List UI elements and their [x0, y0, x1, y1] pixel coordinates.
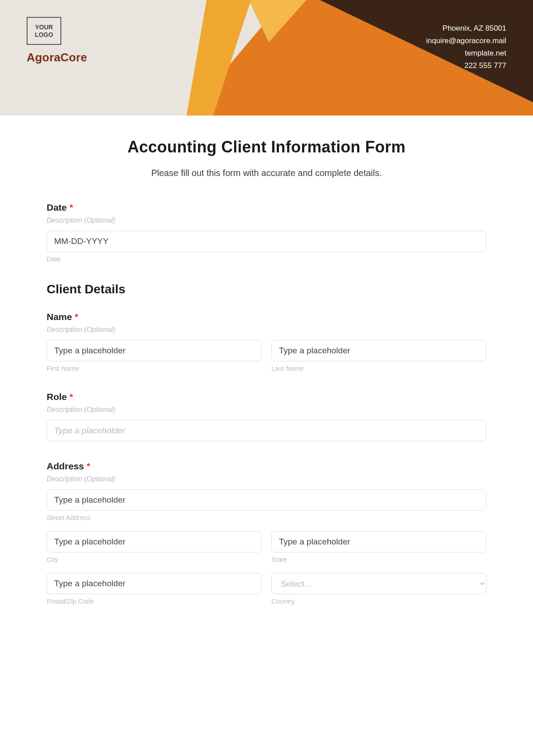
field-address: Address * Description (Optional) Street … [47, 461, 486, 605]
logo-text: YOURLOGO [35, 24, 53, 38]
form-container: Accounting Client Information Form Pleas… [0, 116, 533, 642]
first-name-input[interactable] [47, 340, 262, 361]
address-label: Address * [47, 461, 486, 472]
required-marker: * [87, 461, 90, 471]
state-sublabel: State [271, 556, 486, 563]
section-client-details: Client Details [47, 282, 486, 296]
postal-input[interactable] [47, 573, 262, 594]
field-name: Name * Description (Optional) First Name… [47, 312, 486, 372]
name-label: Name * [47, 312, 486, 322]
contact-phone: 222 555 777 [426, 60, 506, 72]
form-subtitle: Please fill out this form with accurate … [47, 168, 486, 178]
logo-placeholder: YOURLOGO [27, 17, 61, 45]
brand-name: AgoraCore [27, 51, 87, 64]
postal-sublabel: Postal/Zip Code [47, 597, 262, 605]
country-select[interactable]: Select... [271, 573, 486, 594]
city-input[interactable] [47, 531, 262, 552]
page-header: YOURLOGO AgoraCore Phoenix, AZ 85001 inq… [0, 0, 533, 116]
contact-address: Phoenix, AZ 85001 [426, 22, 506, 35]
field-date: Date * Description (Optional) Date [47, 202, 486, 263]
contact-block: Phoenix, AZ 85001 inquire@agoracore.mail… [426, 22, 506, 72]
field-role: Role * Description (Optional) [47, 392, 486, 441]
first-name-sublabel: First Name [47, 364, 262, 372]
contact-email: inquire@agoracore.mail [426, 35, 506, 47]
required-marker: * [69, 202, 73, 212]
role-input[interactable] [47, 420, 486, 441]
role-description: Description (Optional) [47, 406, 486, 414]
role-label: Role * [47, 392, 486, 402]
form-title: Accounting Client Information Form [47, 138, 486, 156]
date-input[interactable] [47, 231, 486, 252]
last-name-sublabel: Last Name [271, 364, 486, 372]
state-input[interactable] [271, 531, 486, 552]
street-address-sublabel: Street Address [47, 514, 486, 521]
name-description: Description (Optional) [47, 326, 486, 334]
required-marker: * [69, 392, 73, 402]
address-description: Description (Optional) [47, 475, 486, 483]
country-sublabel: Country [271, 597, 486, 605]
last-name-input[interactable] [271, 340, 486, 361]
contact-website: template.net [426, 47, 506, 60]
date-description: Description (Optional) [47, 216, 486, 224]
date-sublabel: Date [47, 255, 486, 263]
city-sublabel: City [47, 556, 262, 563]
street-address-input[interactable] [47, 489, 486, 511]
date-label: Date * [47, 202, 486, 213]
required-marker: * [75, 312, 78, 322]
